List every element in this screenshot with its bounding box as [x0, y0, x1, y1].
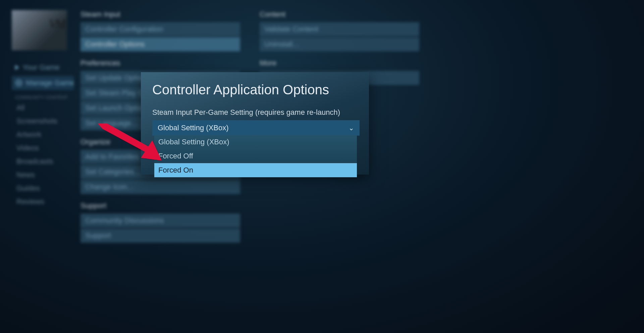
sidebar-item-manage-game[interactable]: Manage Game — [12, 76, 74, 90]
game-thumbnail[interactable] — [12, 10, 67, 50]
sidebar-item-artwork[interactable]: Artwork — [12, 128, 74, 141]
dropdown-option-global[interactable]: Global Setting (XBox) — [154, 135, 357, 149]
chevron-down-icon: ⌄ — [348, 124, 354, 132]
menu-controller-configuration[interactable]: Controller Configuration — [80, 22, 240, 36]
menu-validate-content[interactable]: Validate Content — [260, 22, 419, 36]
sidebar-item-all[interactable]: All — [12, 101, 74, 114]
gear-icon — [15, 79, 22, 87]
sidebar-item-reviews[interactable]: Reviews — [12, 195, 74, 208]
menu-community-discussions[interactable]: Community Discussions — [80, 213, 240, 228]
sidebar-item-screenshots[interactable]: Screenshots — [12, 115, 74, 128]
sidebar-item-news[interactable]: News — [12, 169, 74, 181]
dropdown-option-forced-on[interactable]: Forced On — [154, 163, 357, 177]
steam-input-dropdown[interactable]: Global Setting (XBox) ⌄ Global Setting (… — [152, 120, 360, 136]
menu-controller-options[interactable]: Controller Options — [80, 37, 240, 51]
svg-point-0 — [18, 82, 20, 84]
play-icon — [15, 65, 19, 70]
menu-uninstall[interactable]: Uninstall... — [260, 37, 419, 51]
sidebar-item-your-game[interactable]: Your Game — [12, 60, 74, 75]
sidebar-item-videos[interactable]: Videos — [12, 142, 74, 154]
group-title-steam-input: Steam Input — [80, 10, 240, 19]
dropdown-selected-text: Global Setting (XBox) — [158, 124, 229, 132]
dropdown-option-forced-off[interactable]: Forced Off — [154, 149, 357, 163]
modal-title: Controller Application Options — [152, 82, 358, 97]
sidebar-item-broadcasts[interactable]: Broadcasts — [12, 155, 74, 168]
group-title-more: More — [260, 59, 419, 67]
menu-change-icon[interactable]: Change Icon... — [80, 180, 240, 194]
sidebar-item-guides[interactable]: Guides — [12, 182, 74, 195]
sidebar-item-label: Manage Game — [26, 79, 74, 87]
group-title-support: Support — [80, 201, 240, 210]
group-title-preferences: Preferences — [80, 59, 240, 67]
menu-support[interactable]: Support — [80, 229, 240, 243]
modal-field-label: Steam Input Per-Game Setting (requires g… — [152, 108, 358, 117]
dropdown-options-list: Global Setting (XBox) Forced Off Forced … — [154, 135, 357, 177]
controller-options-modal: Controller Application Options Steam Inp… — [141, 72, 369, 175]
group-title-content: Content — [260, 10, 419, 19]
sidebar: Your Game Manage Game COMMUNITY CONTENT … — [12, 10, 74, 209]
sidebar-section-header: COMMUNITY CONTENT — [12, 91, 74, 101]
sidebar-item-label: Your Game — [22, 63, 59, 72]
dropdown-selected[interactable]: Global Setting (XBox) ⌄ — [152, 120, 360, 136]
